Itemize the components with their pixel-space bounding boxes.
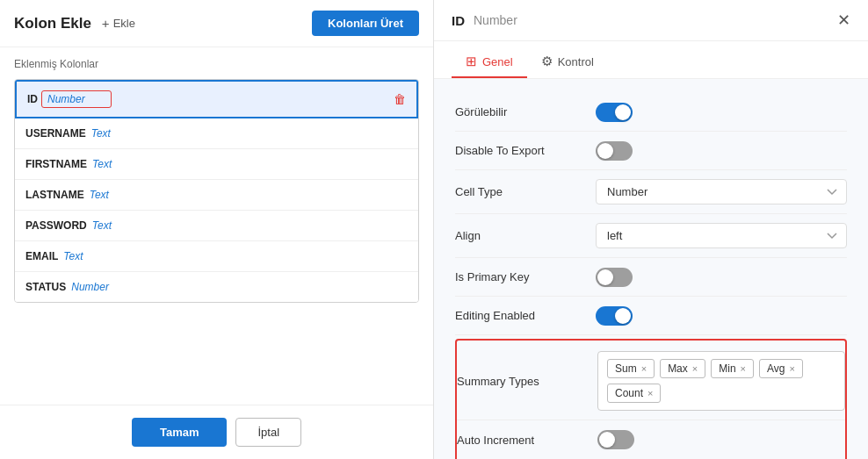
field-control-primary-key bbox=[596, 268, 847, 287]
left-header: Kolon Ekle + Ekle Kolonları Üret bbox=[0, 0, 433, 47]
column-item-email[interactable]: EMAIL Text bbox=[15, 241, 418, 272]
col-name: PASSWORD bbox=[25, 219, 87, 232]
cell-type-select[interactable]: Number Text Date bbox=[596, 179, 847, 204]
id-badge: ID bbox=[27, 93, 38, 105]
delete-icon[interactable]: 🗑 bbox=[394, 92, 406, 106]
col-name: LASTNAME bbox=[25, 189, 84, 201]
col-name: EMAIL bbox=[25, 250, 58, 262]
tag-sum-remove[interactable]: × bbox=[641, 363, 647, 374]
field-row-auto-increment: Auto Increment bbox=[457, 420, 845, 459]
tab-genel[interactable]: ⊞ Genel bbox=[452, 48, 527, 78]
field-row-primary-key: Is Primary Key bbox=[455, 258, 847, 297]
id-row: ID 🗑 bbox=[27, 90, 406, 108]
plus-icon: + bbox=[102, 16, 110, 31]
section-label: Eklenmiş Kolonlar bbox=[14, 58, 419, 70]
field-row-cell-type: Cell Type Number Text Date bbox=[455, 170, 847, 214]
tag-sum: Sum × bbox=[607, 359, 655, 378]
close-button[interactable]: ✕ bbox=[837, 11, 850, 30]
left-footer: Tamam İptal bbox=[0, 405, 433, 459]
col-type: Text bbox=[90, 189, 109, 201]
right-panel: ID Number ✕ ⊞ Genel ⚙ Kontrol Görülebili… bbox=[434, 0, 868, 459]
tag-max-remove[interactable]: × bbox=[692, 363, 698, 374]
tab-kontrol-label: Kontrol bbox=[558, 55, 594, 68]
field-label-gorulebilir: Görülebilir bbox=[455, 105, 596, 118]
toggle-auto-increment[interactable] bbox=[597, 430, 634, 449]
right-content: Görülebilir Disable To Export Cell Type … bbox=[434, 79, 868, 459]
right-header: ID Number ✕ bbox=[434, 0, 868, 41]
tag-count-remove[interactable]: × bbox=[647, 388, 653, 398]
col-type: Text bbox=[92, 158, 112, 170]
right-tabs: ⊞ Genel ⚙ Kontrol bbox=[434, 41, 868, 79]
field-control-cell-type: Number Text Date bbox=[596, 179, 847, 204]
col-type: Number bbox=[71, 281, 109, 293]
column-item-status[interactable]: STATUS Number bbox=[15, 272, 418, 302]
column-item-password[interactable]: PASSWORD Text bbox=[15, 211, 418, 241]
column-item-id[interactable]: ID 🗑 bbox=[15, 80, 418, 118]
col-type: Text bbox=[91, 127, 111, 140]
field-control-gorulebilir bbox=[596, 103, 847, 122]
field-row-align: Align left center right bbox=[455, 214, 847, 258]
toggle-gorulebilir[interactable] bbox=[596, 103, 633, 122]
field-control-align: left center right bbox=[596, 223, 847, 248]
field-label-cell-type: Cell Type bbox=[455, 185, 596, 198]
column-list: ID 🗑 USERNAME Text FIRSTNAME Text LASTNA… bbox=[14, 79, 419, 303]
col-type: Text bbox=[92, 219, 112, 232]
column-item-username[interactable]: USERNAME Text bbox=[15, 118, 418, 149]
field-control-summary-types: Sum × Max × Min × Avg × bbox=[597, 351, 845, 411]
align-select[interactable]: left center right bbox=[596, 223, 847, 248]
column-item-lastname[interactable]: LASTNAME Text bbox=[15, 180, 418, 211]
iptal-button[interactable]: İptal bbox=[235, 418, 301, 447]
field-label-align: Align bbox=[455, 229, 596, 242]
field-row-gorulebilir: Görülebilir bbox=[455, 93, 847, 132]
genel-icon: ⊞ bbox=[466, 54, 477, 69]
toggle-knob bbox=[599, 432, 615, 448]
col-name: USERNAME bbox=[25, 127, 86, 140]
column-item-firstname[interactable]: FIRSTNAME Text bbox=[15, 149, 418, 180]
col-name: FIRSTNAME bbox=[25, 158, 87, 170]
field-control-disable-export bbox=[596, 141, 847, 161]
add-label: Ekle bbox=[113, 17, 135, 30]
field-label-summary-types: Summary Types bbox=[457, 375, 597, 388]
field-control-editing-enabled bbox=[596, 306, 847, 326]
tag-avg: Avg × bbox=[759, 359, 803, 378]
field-row-disable-export: Disable To Export bbox=[455, 132, 847, 170]
right-header-type: Number bbox=[474, 13, 517, 27]
right-header-id: ID bbox=[452, 13, 465, 28]
col-type: Text bbox=[63, 250, 83, 262]
toggle-knob bbox=[597, 269, 613, 285]
panel-title: Kolon Ekle bbox=[14, 15, 91, 32]
col-name: STATUS bbox=[25, 281, 66, 293]
tag-avg-remove[interactable]: × bbox=[789, 363, 794, 374]
add-link[interactable]: + Ekle bbox=[102, 16, 135, 31]
left-content: Eklenmiş Kolonlar ID 🗑 USERNAME Text FIR… bbox=[0, 47, 433, 405]
tab-genel-label: Genel bbox=[482, 55, 513, 68]
tab-kontrol[interactable]: ⚙ Kontrol bbox=[527, 48, 608, 78]
produce-button[interactable]: Kolonları Üret bbox=[312, 11, 419, 36]
tamam-button[interactable]: Tamam bbox=[132, 418, 228, 447]
tag-count: Count × bbox=[607, 384, 661, 403]
kontrol-icon: ⚙ bbox=[541, 54, 553, 69]
field-row-summary-types: Summary Types Sum × Max × Min × bbox=[457, 342, 845, 420]
id-name-input[interactable] bbox=[41, 90, 112, 108]
field-label-primary-key: Is Primary Key bbox=[455, 270, 596, 283]
tag-max: Max × bbox=[660, 359, 705, 378]
toggle-disable-export[interactable] bbox=[596, 141, 633, 161]
field-row-editing-enabled: Editing Enabled bbox=[455, 297, 847, 335]
left-panel: Kolon Ekle + Ekle Kolonları Üret Eklenmi… bbox=[0, 0, 434, 459]
tag-min: Min × bbox=[711, 359, 754, 378]
tag-min-remove[interactable]: × bbox=[741, 363, 746, 374]
field-label-auto-increment: Auto Increment bbox=[457, 434, 597, 447]
field-control-auto-increment bbox=[597, 430, 845, 449]
summary-tags-container: Sum × Max × Min × Avg × bbox=[597, 351, 845, 411]
field-label-disable-export: Disable To Export bbox=[455, 144, 596, 157]
toggle-knob bbox=[615, 104, 631, 120]
toggle-knob bbox=[597, 143, 613, 159]
toggle-knob bbox=[615, 308, 631, 324]
toggle-primary-key[interactable] bbox=[596, 268, 633, 287]
toggle-editing-enabled[interactable] bbox=[596, 306, 633, 326]
field-label-editing-enabled: Editing Enabled bbox=[455, 309, 596, 322]
